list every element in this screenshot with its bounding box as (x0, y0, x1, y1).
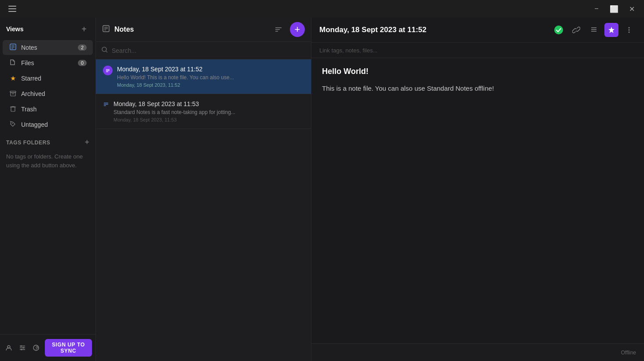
minimize-button[interactable]: − (589, 2, 604, 16)
editor-note-body: This is a note file. You can also use St… (322, 83, 633, 94)
sidebar: Views + Notes 2 (0, 18, 96, 361)
svg-point-41 (629, 29, 630, 31)
editor-header: Monday, 18 Sept 2023 at 11:52 (311, 18, 644, 43)
editor-panel: Monday, 18 Sept 2023 at 11:52 (311, 18, 644, 361)
svg-rect-0 (8, 6, 16, 7)
sidebar-item-notes[interactable]: Notes 2 (3, 40, 93, 55)
search-bar (96, 42, 311, 59)
editor-content[interactable]: Hello World! This is a note file. You ca… (311, 58, 644, 343)
sidebar-item-archived[interactable]: Archived (3, 86, 93, 101)
sidebar-header: Views + (0, 18, 95, 39)
tags-folders-label: Tags Folders (6, 140, 50, 146)
account-button[interactable] (4, 341, 14, 355)
note-item-date: Monday, 18 Sept 2023, 11:52 (117, 82, 304, 88)
svg-rect-2 (8, 11, 16, 12)
sort-button[interactable] (271, 22, 285, 37)
svg-point-42 (629, 32, 630, 33)
notes-icon (9, 44, 17, 52)
starred-label: Starred (21, 75, 87, 82)
notes-label: Notes (21, 44, 73, 51)
svg-line-29 (106, 51, 107, 52)
sidebar-add-button[interactable]: + (79, 24, 89, 34)
svg-point-36 (554, 26, 563, 34)
note-item-preview: Hello World! This is a note file. You ca… (117, 74, 304, 81)
pin-button[interactable] (604, 23, 618, 37)
editor-note-title: Hello World! (322, 67, 633, 76)
note-avatar (103, 66, 113, 75)
sidebar-item-trash[interactable]: Trash (3, 102, 93, 117)
sidebar-footer: SIGN UP TO SYNC (0, 334, 95, 361)
note-item-title: Monday, 18 Sept 2023 at 11:53 (113, 100, 304, 107)
sidebar-item-starred[interactable]: ★ Starred (3, 71, 93, 86)
sync-button[interactable]: SIGN UP TO SYNC (45, 339, 92, 357)
tags-add-button[interactable]: + (84, 138, 89, 147)
sidebar-views-label: Views (6, 26, 23, 33)
tags-folders-section: Tags Folders + (0, 133, 95, 149)
note-item-body: Monday, 18 Sept 2023 at 11:53 Standard N… (113, 100, 304, 122)
untagged-icon (9, 121, 17, 129)
settings-button[interactable] (17, 341, 27, 355)
svg-point-40 (629, 27, 630, 29)
notes-panel-title: Notes (114, 26, 267, 33)
notes-badge: 2 (78, 44, 87, 51)
svg-point-10 (12, 123, 13, 124)
help-button[interactable] (31, 341, 41, 355)
note-item-title: Monday, 18 Sept 2023 at 11:52 (117, 66, 304, 73)
search-icon (101, 46, 108, 55)
archived-label: Archived (21, 90, 87, 97)
maximize-button[interactable]: ⬜ (607, 2, 621, 16)
search-input[interactable] (112, 47, 306, 54)
files-label: Files (21, 59, 73, 66)
note-icon (103, 101, 109, 109)
files-badge: 0 (78, 60, 87, 66)
sync-status-button[interactable] (552, 23, 566, 37)
link-placeholder: Link tags, notes, files... (319, 47, 377, 54)
notes-panel: Notes + (96, 18, 311, 361)
notes-panel-icon (102, 25, 110, 34)
sidebar-nav: Notes 2 Files 0 ★ Starred (0, 39, 95, 133)
note-item[interactable]: Monday, 18 Sept 2023 at 11:53 Standard N… (96, 94, 311, 129)
untagged-label: Untagged (21, 121, 87, 128)
format-button[interactable] (587, 23, 601, 37)
trash-label: Trash (21, 106, 87, 113)
svg-point-15 (20, 346, 22, 347)
new-note-button[interactable]: + (290, 22, 305, 37)
titlebar-controls: − ⬜ ✕ (589, 2, 639, 16)
star-icon: ★ (9, 74, 17, 82)
note-item-date: Monday, 18 Sept 2023, 11:53 (113, 117, 304, 122)
svg-point-28 (102, 47, 106, 52)
note-item-preview: Standard Notes is a fast note-taking app… (113, 109, 304, 115)
tags-empty-text: No tags or folders. Create one using the… (0, 149, 95, 173)
svg-point-20 (36, 349, 37, 350)
editor-link-bar[interactable]: Link tags, notes, files... (311, 43, 644, 58)
titlebar: − ⬜ ✕ (0, 0, 644, 18)
more-options-button[interactable] (622, 23, 636, 37)
files-icon (9, 59, 17, 67)
editor-actions (552, 23, 636, 37)
menu-button[interactable] (5, 2, 19, 16)
titlebar-left (5, 2, 19, 16)
editor-title: Monday, 18 Sept 2023 at 11:52 (319, 26, 426, 34)
archive-icon (9, 90, 17, 98)
sidebar-item-untagged[interactable]: Untagged (3, 117, 93, 132)
main-layout: Views + Notes 2 (0, 18, 644, 361)
svg-point-17 (21, 349, 22, 350)
note-list: Monday, 18 Sept 2023 at 11:52 Hello Worl… (96, 59, 311, 361)
svg-point-16 (22, 347, 24, 349)
sidebar-item-files[interactable]: Files 0 (3, 55, 93, 70)
status-bar: Offline (311, 343, 644, 361)
note-item[interactable]: Monday, 18 Sept 2023 at 11:52 Hello Worl… (96, 59, 311, 94)
notes-panel-header: Notes + (96, 18, 311, 42)
offline-status: Offline (621, 350, 636, 356)
link-button[interactable] (569, 23, 583, 37)
trash-icon (9, 105, 17, 113)
svg-rect-1 (8, 8, 16, 9)
note-item-body: Monday, 18 Sept 2023 at 11:52 Hello Worl… (117, 66, 304, 88)
close-button[interactable]: ✕ (625, 2, 639, 16)
